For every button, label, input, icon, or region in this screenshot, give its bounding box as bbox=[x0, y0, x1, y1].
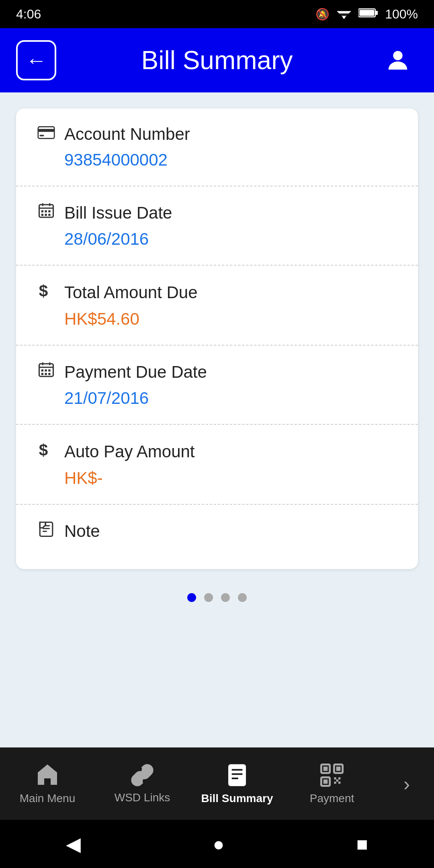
total-amount-value: HK$54.60 bbox=[36, 309, 398, 329]
bill-summary-card: Account Number 93854000002 bbox=[16, 108, 418, 569]
nav-label-payment: Payment bbox=[310, 792, 354, 805]
page-indicator bbox=[16, 569, 418, 614]
svg-rect-9 bbox=[38, 129, 54, 131]
dot-3 bbox=[221, 593, 230, 602]
svg-rect-16 bbox=[45, 210, 47, 212]
svg-rect-29 bbox=[41, 373, 43, 375]
back-button[interactable]: ← bbox=[16, 40, 56, 80]
bill-icon bbox=[224, 762, 250, 788]
calendar-icon-2 bbox=[36, 362, 56, 382]
user-profile-button[interactable] bbox=[378, 46, 418, 74]
dot-4 bbox=[238, 593, 247, 602]
nav-label-main-menu: Main Menu bbox=[20, 792, 76, 805]
header: ← Bill Summary bbox=[0, 28, 434, 92]
status-bar: 4:06 🔕 100% bbox=[0, 0, 434, 28]
mute-icon: 🔕 bbox=[315, 8, 330, 21]
nav-more-icon: › bbox=[403, 773, 410, 795]
svg-rect-52 bbox=[323, 780, 328, 784]
svg-rect-19 bbox=[45, 214, 47, 216]
system-home-button[interactable]: ● bbox=[213, 833, 224, 855]
nav-item-payment[interactable]: Payment bbox=[296, 762, 368, 805]
note-label: Note bbox=[64, 522, 100, 541]
nav-item-wsd-links[interactable]: WSD Links bbox=[106, 763, 178, 804]
bill-issue-date-row: Bill Issue Date 28/06/2016 bbox=[16, 186, 418, 266]
wifi-icon bbox=[337, 7, 351, 21]
nav-label-wsd-links: WSD Links bbox=[115, 791, 170, 804]
svg-text:$: $ bbox=[39, 282, 48, 299]
bill-issue-date-label: Bill Issue Date bbox=[64, 203, 172, 223]
svg-rect-56 bbox=[338, 782, 340, 784]
svg-rect-31 bbox=[48, 373, 50, 375]
svg-rect-15 bbox=[41, 210, 43, 212]
svg-rect-42 bbox=[229, 764, 246, 786]
svg-rect-17 bbox=[48, 210, 50, 212]
status-time: 4:06 bbox=[16, 7, 41, 22]
qr-icon bbox=[319, 762, 345, 788]
bottom-nav: Main Menu WSD Links Bill Summary bbox=[0, 747, 434, 820]
svg-rect-5 bbox=[376, 11, 378, 15]
account-number-label: Account Number bbox=[64, 125, 190, 144]
system-recents-button[interactable]: ■ bbox=[356, 833, 368, 855]
back-arrow-icon: ← bbox=[26, 50, 47, 71]
system-back-button[interactable]: ◀ bbox=[66, 833, 81, 855]
payment-due-date-label: Payment Due Date bbox=[64, 362, 207, 382]
svg-rect-30 bbox=[45, 373, 47, 375]
user-icon bbox=[384, 46, 412, 74]
svg-rect-26 bbox=[41, 369, 43, 371]
svg-rect-53 bbox=[334, 777, 336, 779]
svg-rect-55 bbox=[334, 782, 336, 784]
header-title: Bill Summary bbox=[56, 45, 378, 75]
svg-rect-10 bbox=[40, 135, 44, 136]
svg-rect-28 bbox=[48, 369, 50, 371]
status-icons: 🔕 100% bbox=[315, 7, 418, 22]
auto-pay-amount-label: Auto Pay Amount bbox=[64, 442, 195, 461]
dot-1 bbox=[187, 593, 196, 602]
account-icon bbox=[36, 125, 56, 144]
account-number-row: Account Number 93854000002 bbox=[16, 108, 418, 186]
bill-issue-date-value: 28/06/2016 bbox=[36, 229, 398, 249]
battery-percent: 100% bbox=[385, 7, 418, 22]
link-icon bbox=[130, 763, 154, 787]
svg-point-7 bbox=[393, 51, 402, 60]
total-amount-row: $ Total Amount Due HK$54.60 bbox=[16, 266, 418, 346]
nav-item-main-menu[interactable]: Main Menu bbox=[11, 762, 84, 805]
account-number-value: 93854000002 bbox=[36, 150, 398, 170]
payment-due-date-row: Payment Due Date 21/07/2016 bbox=[16, 346, 418, 425]
payment-due-date-value: 21/07/2016 bbox=[36, 389, 398, 408]
battery-icon bbox=[358, 7, 378, 21]
nav-label-bill-summary: Bill Summary bbox=[201, 792, 273, 805]
dollar-icon-1: $ bbox=[36, 282, 56, 303]
svg-rect-20 bbox=[48, 214, 50, 216]
auto-pay-amount-value: HK$- bbox=[36, 469, 398, 488]
nav-item-bill-summary[interactable]: Bill Summary bbox=[201, 762, 273, 805]
svg-rect-50 bbox=[336, 767, 341, 771]
note-row: Note bbox=[16, 505, 418, 569]
main-content: Account Number 93854000002 bbox=[0, 92, 434, 630]
svg-rect-48 bbox=[323, 767, 328, 771]
svg-rect-54 bbox=[338, 777, 340, 779]
svg-rect-27 bbox=[45, 369, 47, 371]
note-icon bbox=[36, 521, 56, 541]
dollar-icon-2: $ bbox=[36, 441, 56, 462]
svg-rect-57 bbox=[336, 780, 338, 782]
dot-2 bbox=[204, 593, 213, 602]
system-nav: ◀ ● ■ bbox=[0, 820, 434, 868]
auto-pay-amount-row: $ Auto Pay Amount HK$- bbox=[16, 425, 418, 505]
svg-rect-6 bbox=[360, 10, 375, 16]
nav-item-more[interactable]: › bbox=[391, 773, 423, 795]
calendar-icon-1 bbox=[36, 203, 56, 223]
home-icon bbox=[35, 762, 60, 788]
svg-rect-18 bbox=[41, 214, 43, 216]
svg-rect-8 bbox=[38, 127, 54, 138]
total-amount-label: Total Amount Due bbox=[64, 283, 198, 302]
svg-text:$: $ bbox=[39, 441, 48, 459]
